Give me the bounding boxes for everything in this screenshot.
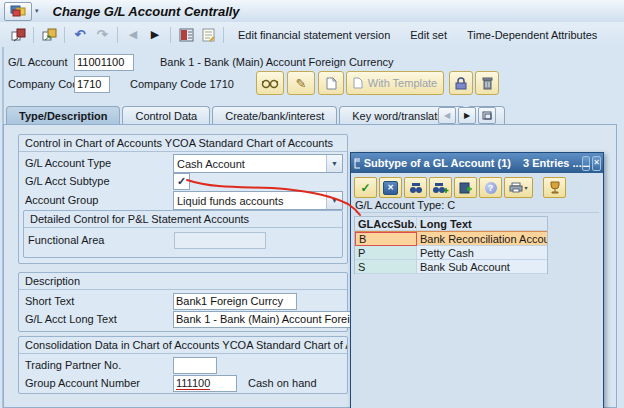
pencil-icon: ✎ xyxy=(296,76,307,91)
display-button[interactable] xyxy=(256,71,284,95)
sap-window: ▾ Change G/L Account Centrally ↶ ↷ ◀ ▶ xyxy=(0,0,624,408)
glasses-icon xyxy=(261,78,279,89)
short-text-input[interactable] xyxy=(173,293,297,310)
column-header-glaccsub[interactable]: GLAccSub... ▲ xyxy=(355,217,417,231)
time-dependent-attributes-button[interactable]: Time-Dependent Attributes xyxy=(467,29,597,41)
find-next-button[interactable] xyxy=(429,177,452,198)
row-key-cell[interactable]: S xyxy=(355,260,417,274)
with-template-button[interactable]: With Template xyxy=(346,71,444,95)
trading-partner-label: Trading Partner No. xyxy=(25,359,121,371)
copy-account-glyph xyxy=(42,28,57,42)
change-button[interactable]: ✎ xyxy=(287,71,315,95)
binoculars-plus-icon xyxy=(433,182,449,194)
close-icon[interactable]: ✕ xyxy=(592,156,601,171)
printer-icon xyxy=(509,182,523,193)
account-group-label: Account Group xyxy=(25,194,98,206)
functional-area-input[interactable] xyxy=(174,232,266,249)
table-row[interactable]: P Petty Cash xyxy=(355,246,547,260)
tab-strip: Type/Description Control Data Create/ban… xyxy=(6,106,507,125)
system-menu-button[interactable] xyxy=(4,2,32,21)
tab-scroll-right-icon[interactable]: ▶ xyxy=(458,107,476,124)
gl-account-description: Bank 1 - Bank (Main) Account Foreign Cur… xyxy=(160,56,394,68)
dropdown-arrow-icon[interactable]: ▼ xyxy=(326,192,342,209)
help-button[interactable]: ? xyxy=(479,177,502,198)
tab-scroll-left-icon[interactable]: ◀ xyxy=(438,107,456,124)
control-section: Control in Chart of Accounts YCOA Standa… xyxy=(18,134,348,264)
gl-account-type-select[interactable]: Cash Account ▼ xyxy=(173,154,343,173)
tab-overview-icon[interactable] xyxy=(478,107,496,124)
dialog-toolbar: ✓ ✕ ? xyxy=(354,177,566,198)
block-button[interactable] xyxy=(449,71,473,95)
description-section: Description Short Text G/L Acct Long Tex… xyxy=(18,272,348,332)
company-code-input[interactable] xyxy=(74,76,110,93)
account-group-select[interactable]: Liquid funds accounts ▼ xyxy=(173,191,343,210)
question-icon: ? xyxy=(485,182,497,194)
title-dropdown-icon[interactable]: ▾ xyxy=(35,7,39,15)
create-button[interactable] xyxy=(318,71,344,95)
gl-acct-subtype-label: G/L Acct Subtype xyxy=(25,175,110,187)
check-values-button[interactable] xyxy=(454,177,477,198)
other-account-icon[interactable] xyxy=(7,24,29,45)
group-account-description: Cash on hand xyxy=(248,377,317,389)
gl-account-label: G/L Account xyxy=(8,56,68,68)
delete-button[interactable] xyxy=(475,71,499,95)
trash-icon xyxy=(482,77,493,90)
print-dropdown-icon[interactable]: ▾ xyxy=(524,184,527,191)
dialog-entries-count: 3 Entries ... xyxy=(523,157,582,169)
edit-financial-statement-version-button[interactable]: Edit financial statement version xyxy=(238,29,390,41)
display-change-icon[interactable] xyxy=(175,24,197,45)
display-change-glyph xyxy=(179,28,194,42)
personal-value-list-button[interactable] xyxy=(543,177,566,198)
description-section-title: Description xyxy=(19,273,347,290)
next-icon[interactable]: ▶ xyxy=(144,24,166,45)
tab-type-description[interactable]: Type/Description xyxy=(6,106,120,125)
dialog-filter-text: G/L Account Type: C xyxy=(355,199,599,213)
lock-icon xyxy=(455,77,467,90)
previous-icon[interactable]: ◀ xyxy=(122,24,144,45)
pl-section-title: Detailed Control for P&L Statement Accou… xyxy=(24,211,342,228)
group-account-label: Group Account Number xyxy=(25,377,140,389)
column-header-long-text[interactable]: Long Text xyxy=(417,217,547,231)
short-text-label: Short Text xyxy=(25,295,74,307)
row-key-cell[interactable]: B xyxy=(355,232,417,246)
find-button[interactable] xyxy=(404,177,427,198)
copy-entry-button[interactable]: ✓ xyxy=(354,177,377,198)
edit-set-button[interactable]: Edit set xyxy=(410,29,447,41)
copy-account-icon[interactable] xyxy=(38,24,60,45)
redo-icon[interactable]: ↷ xyxy=(91,24,113,45)
gl-acct-subtype-field[interactable]: ✓ xyxy=(173,173,190,190)
goblet-icon xyxy=(549,181,561,194)
dialog-title-bar[interactable]: Subtype of a GL Account (1) 3 Entries ..… xyxy=(351,153,603,173)
value-help-table: GLAccSub... ▲ Long Text B Bank Reconcili… xyxy=(354,216,548,274)
long-text-input[interactable] xyxy=(173,311,371,328)
dialog-window-icon xyxy=(354,158,360,169)
functional-area-label: Functional Area xyxy=(28,234,104,246)
green-check-icon: ✓ xyxy=(360,181,370,195)
notes-icon[interactable] xyxy=(197,24,219,45)
print-button[interactable]: ▾ xyxy=(504,177,533,198)
company-code-label: Company Code xyxy=(8,78,84,90)
row-key-cell[interactable]: P xyxy=(355,246,417,260)
row-text-cell[interactable]: Petty Cash xyxy=(417,246,547,260)
company-code-description: Company Code 1710 xyxy=(130,78,234,90)
row-text-cell[interactable]: Bank Sub Account xyxy=(417,260,547,274)
minimize-icon[interactable]: ▁ xyxy=(582,156,591,171)
trading-partner-input[interactable] xyxy=(173,357,217,374)
template-page-icon xyxy=(353,77,363,89)
checkmark-icon: ✓ xyxy=(177,175,186,188)
dropdown-arrow-icon[interactable]: ▼ xyxy=(326,155,342,172)
group-account-input[interactable]: 111100 xyxy=(173,375,237,392)
gl-account-input[interactable] xyxy=(74,54,134,71)
tab-control-data[interactable]: Control Data xyxy=(122,106,210,125)
group-account-value: 111100 xyxy=(176,377,210,390)
notes-glyph xyxy=(202,28,215,42)
undo-icon[interactable]: ↶ xyxy=(69,24,91,45)
cancel-button[interactable]: ✕ xyxy=(379,177,402,198)
tab-create-bank-interest[interactable]: Create/bank/interest xyxy=(212,106,337,125)
account-group-value: Liquid funds accounts xyxy=(174,195,326,207)
other-account-glyph xyxy=(11,28,26,42)
binoculars-icon xyxy=(409,182,423,194)
table-row[interactable]: S Bank Sub Account xyxy=(355,260,547,274)
row-text-cell[interactable]: Bank Reconciliation Account xyxy=(417,232,547,246)
table-row[interactable]: B Bank Reconciliation Account xyxy=(355,231,547,246)
